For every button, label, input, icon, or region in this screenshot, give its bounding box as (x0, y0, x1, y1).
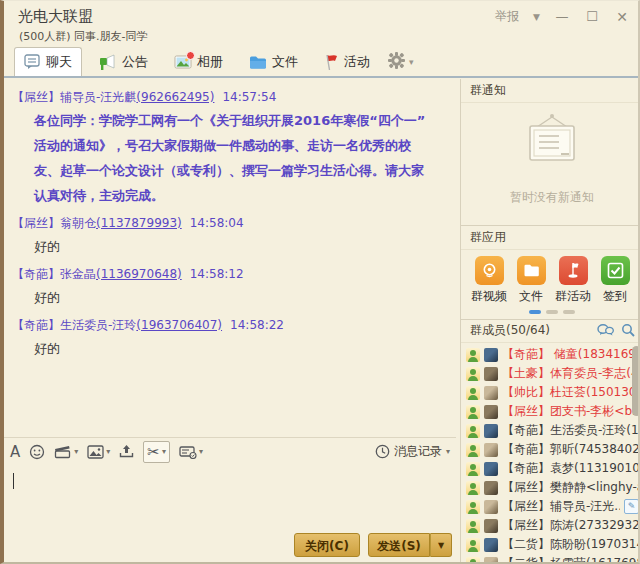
member-row[interactable]: 【奇葩】生活委员-汪玲(1... (461, 421, 640, 440)
emoticon-button[interactable] (29, 444, 45, 460)
tab-album[interactable]: 相册 (165, 48, 232, 76)
report-button[interactable]: 举报 (495, 8, 519, 25)
message-history-label: 消息记录 (394, 443, 442, 460)
search-member-icon[interactable] (621, 323, 635, 337)
default-avatar-icon (466, 500, 480, 514)
font-style-button[interactable]: A (10, 443, 20, 461)
send-button[interactable]: 发送(S) (368, 533, 430, 557)
member-avatar (484, 348, 498, 362)
member-row[interactable]: 【帅比】杜迁荟(15013033... (461, 383, 640, 402)
default-avatar-icon (466, 443, 480, 457)
card-icon (179, 445, 197, 459)
default-avatar-icon (466, 481, 480, 495)
member-list[interactable]: 【奇葩】 储童(183416992) 【土豪】体育委员-李志(4... 【帅比】… (461, 343, 640, 562)
member-avatar (484, 462, 498, 476)
message-time: 14:58:04 (190, 216, 244, 230)
message-time: 14:58:12 (190, 267, 244, 281)
message-sender-line: 【奇葩】张金晶(1136970648)14:58:12 (4, 261, 456, 285)
app-group-video[interactable]: 群视频 (469, 256, 509, 305)
multi-chat-icon[interactable] (597, 323, 614, 337)
sender-uid-link[interactable]: (962662495) (136, 90, 214, 104)
default-avatar-icon (466, 405, 480, 419)
member-avatar (484, 367, 498, 381)
notice-empty-text: 暂时没有新通知 (461, 189, 640, 206)
smiley-icon (29, 444, 45, 460)
input-toolbar: A ▾ ▾ ✂ ▾ ▾ 消息记录 ▾ (4, 437, 456, 465)
tab-album-label: 相册 (197, 53, 223, 71)
sender-uid-link[interactable]: (1136970648) (96, 267, 182, 281)
pagination-dot[interactable] (563, 310, 575, 314)
default-avatar-icon (466, 348, 480, 362)
app-group-activity[interactable]: 群活动 (553, 256, 593, 305)
gear-caret-icon: ▾ (409, 57, 414, 67)
tab-bar: 聊天 公告 相册 文件 活动 (4, 46, 638, 78)
group-notice-title: 群通知 (461, 79, 640, 103)
message-body: 好的 (4, 336, 456, 363)
apps-pagination (461, 310, 640, 314)
send-image-button[interactable]: ▾ (87, 445, 110, 459)
chat-message-area[interactable]: 【屌丝】辅导员-汪光麒(962662495)14:57:54 各位同学：学院学工… (4, 80, 456, 441)
close-button[interactable]: 关闭(C) (294, 533, 360, 557)
app-files[interactable]: 文件 (511, 256, 551, 305)
folder-icon (249, 55, 267, 70)
megaphone-icon (99, 54, 117, 71)
album-notification-dot (186, 51, 195, 60)
default-avatar-icon (466, 462, 480, 476)
member-row[interactable]: 【奇葩】郭昕(745384022) (461, 440, 640, 459)
tab-activity[interactable]: 活动 (315, 48, 379, 76)
files-app-icon (517, 256, 546, 285)
member-row[interactable]: 【屌丝】辅导员-汪光...✎ (461, 497, 640, 516)
member-row[interactable]: 【奇葩】 储童(183416992) (461, 345, 640, 364)
text-cursor (13, 473, 14, 489)
member-row[interactable]: 【二货】陈盼盼(19703143... (461, 535, 640, 554)
member-row[interactable]: 【屌丝】樊静静<linghy-an... (461, 478, 640, 497)
screenshot-button[interactable]: ✂ ▾ (143, 441, 170, 463)
tab-announcement[interactable]: 公告 (90, 48, 157, 76)
group-apps-title: 群应用 (461, 226, 640, 250)
send-options-caret[interactable]: ▼ (430, 533, 452, 557)
group-settings-button[interactable]: ▾ (387, 48, 414, 76)
screenshot-caret-icon: ▾ (162, 447, 166, 456)
app-group-video-label: 群视频 (471, 288, 507, 305)
group-members-section: 群成员(50/64) 【奇葩】 储童(183416992) 【土豪】体育委员-李… (461, 319, 640, 562)
tab-files[interactable]: 文件 (240, 48, 307, 76)
message-history-button[interactable]: 消息记录 ▾ (375, 443, 450, 460)
member-avatar (484, 557, 498, 563)
edit-member-card-icon[interactable]: ✎ (624, 499, 639, 514)
close-window-button[interactable]: ✕ (614, 9, 630, 25)
minimize-button[interactable]: — (554, 9, 570, 25)
member-row[interactable]: 【土豪】体育委员-李志(4... (461, 364, 640, 383)
app-group-activity-label: 群活动 (555, 288, 591, 305)
message-input[interactable] (4, 465, 456, 527)
member-row[interactable]: 【二货】杨雪莹(16176980... (461, 554, 640, 562)
member-row[interactable]: 【奇葩】袁梦(1131901044) (461, 459, 640, 478)
chat-message: 【屌丝】辅导员-汪光麒(962662495)14:57:54 各位同学：学院学工… (4, 84, 456, 210)
member-list-scrollbar[interactable] (632, 346, 640, 416)
app-check-in[interactable]: 签到 (595, 256, 635, 305)
sender-name: 【屌丝】辅导员-汪光麒 (12, 90, 136, 104)
scissors-icon: ✂ (147, 443, 160, 461)
tab-announcement-label: 公告 (122, 53, 148, 71)
sender-name: 【奇葩】张金晶 (12, 267, 96, 281)
magic-expression-button[interactable]: ▾ (54, 444, 78, 459)
right-panel: 群通知 暂时没有新通知 群应用 群视频 文件 (460, 79, 640, 562)
anonymous-card-button[interactable]: ▾ (179, 445, 203, 459)
sender-uid-link[interactable]: (1963706407) (136, 318, 222, 332)
message-body: 各位同学：学院学工网有一个《关于组织开展2016年寒假“四个一”活动的通知》，号… (4, 108, 456, 210)
image-icon (87, 445, 104, 459)
member-avatar (484, 500, 498, 514)
member-row[interactable]: 【屌丝】陈涛(2733293266) (461, 516, 640, 535)
report-caret-icon[interactable]: ▼ (533, 12, 540, 22)
sender-uid-link[interactable]: (1137879993) (96, 216, 182, 230)
pagination-dot[interactable] (546, 310, 558, 314)
upload-icon (119, 444, 134, 459)
member-name: 【屌丝】陈涛(2733293266) (502, 517, 640, 534)
pagination-dot-active[interactable] (529, 310, 541, 314)
member-name: 【帅比】杜迁荟(15013033... (502, 384, 640, 401)
clock-icon (375, 444, 390, 459)
app-check-in-label: 签到 (603, 288, 627, 305)
tab-chat[interactable]: 聊天 (14, 47, 82, 76)
maximize-button[interactable]: ☐ (584, 9, 600, 25)
member-row[interactable]: 【屌丝】团支书-李彬<bin... (461, 402, 640, 421)
send-file-button[interactable] (119, 444, 134, 459)
